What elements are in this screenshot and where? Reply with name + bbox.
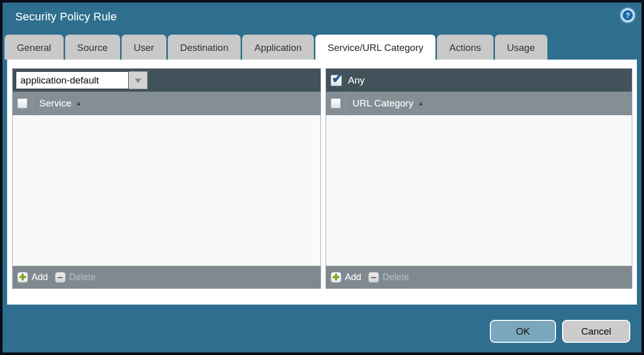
add-icon: ✚ [17,272,28,283]
url-category-panel-header: ✔ Any [326,69,632,92]
screen: Security Policy Rule ? General Source Us… [0,0,644,355]
url-category-delete-button[interactable]: − Delete [368,272,409,283]
dialog-title: Security Policy Rule [15,10,117,23]
service-type-input[interactable] [16,71,129,89]
service-panel: ▼ Service ▲ ✚ [12,68,321,289]
url-category-column-label[interactable]: URL Category [353,98,414,109]
service-add-button[interactable]: ✚ Add [17,272,48,283]
ok-button[interactable]: OK [490,320,556,343]
service-delete-button[interactable]: − Delete [55,272,96,283]
tab-bar: General Source User Destination Applicat… [5,35,547,60]
service-select-all-cell [13,92,33,115]
any-row: ✔ Any [331,69,365,92]
tab-application[interactable]: Application [242,35,314,60]
service-panel-header: ▼ [13,69,320,92]
url-category-add-button[interactable]: ✚ Add [331,272,361,283]
service-column-header: Service ▲ [13,92,320,115]
check-icon: ✔ [332,71,343,87]
help-icon: ? [623,10,633,20]
url-category-panel: ✔ Any URL Category ▲ ✚ [326,68,632,289]
tab-general[interactable]: General [5,35,64,60]
delete-icon: − [368,272,379,283]
url-category-select-all-cell [326,92,346,115]
url-category-panel-footer: ✚ Add − Delete [326,266,632,288]
url-category-column-header: URL Category ▲ [326,92,632,115]
add-icon: ✚ [331,272,341,283]
cancel-button[interactable]: Cancel [562,320,630,343]
service-list[interactable] [13,115,320,266]
tab-source[interactable]: Source [65,35,120,60]
tab-destination[interactable]: Destination [168,35,241,60]
service-panel-footer: ✚ Add − Delete [13,266,320,288]
service-type-dropdown-button[interactable]: ▼ [129,71,148,89]
help-button[interactable]: ? [621,8,635,22]
service-column-label[interactable]: Service [39,98,71,109]
delete-icon: − [55,272,66,283]
url-category-list[interactable] [326,115,632,266]
tab-actions[interactable]: Actions [437,35,493,60]
service-select-all-checkbox[interactable] [17,98,27,108]
tab-usage[interactable]: Usage [495,35,547,60]
any-label: Any [348,75,365,86]
any-checkbox[interactable]: ✔ [331,75,342,86]
tab-content: ▼ Service ▲ ✚ [7,60,637,305]
tab-service-url-category[interactable]: Service/URL Category [315,35,435,60]
tab-user[interactable]: User [122,35,166,60]
service-type-dropdown: ▼ [16,71,148,89]
sort-asc-icon[interactable]: ▲ [75,99,82,107]
chevron-down-icon: ▼ [133,76,143,85]
security-policy-rule-dialog: Security Policy Rule ? General Source Us… [3,3,641,352]
url-category-select-all-checkbox[interactable] [331,98,341,108]
sort-asc-icon[interactable]: ▲ [418,99,424,107]
